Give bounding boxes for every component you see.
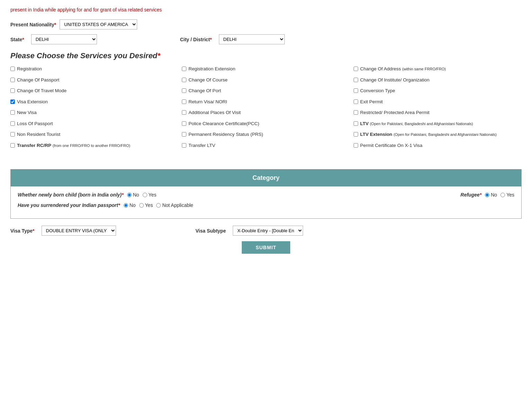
permit-certificate-x1-label: Permit Certificate On X-1 Visa xyxy=(360,142,423,149)
submit-button[interactable]: SUBMIT xyxy=(242,241,290,254)
refugee-col: Refugee* No Yes xyxy=(461,192,514,198)
city-select[interactable]: DELHI xyxy=(219,34,285,44)
surrendered-yes-label[interactable]: Yes xyxy=(139,202,153,208)
registration-extension-label: Registration Extension xyxy=(188,66,235,72)
permit-certificate-x1-checkbox[interactable] xyxy=(354,143,358,148)
checkbox-non-resident-tourist: Non Resident Tourist xyxy=(10,131,178,138)
change-address-label: Change Of Address (within same FRRO/FRO) xyxy=(360,66,446,72)
restricted-area-label: Restricted/ Protected Area Permit xyxy=(360,110,429,116)
checkbox-loss-passport: Loss Of Passport xyxy=(10,121,178,127)
transfer-rc-rp-label: Transfer RC/RP (from one FRRO/FRO to ano… xyxy=(17,142,130,149)
checkbox-change-travel-mode: Change Of Travel Mode xyxy=(10,88,178,94)
surrendered-no-radio[interactable] xyxy=(124,203,128,208)
change-institute-checkbox[interactable] xyxy=(354,78,358,82)
registration-label: Registration xyxy=(17,66,42,72)
state-select[interactable]: DELHI xyxy=(31,34,97,44)
loss-passport-checkbox[interactable] xyxy=(10,121,15,126)
conversion-type-label: Conversion Type xyxy=(360,88,395,94)
services-title: Please Choose the Services you Desired* xyxy=(10,51,522,60)
checkbox-registration-extension: Registration Extension xyxy=(182,66,350,72)
visa-type-label: Visa Type* xyxy=(10,228,35,234)
state-city-row: State* DELHI City / District* DELHI xyxy=(10,34,522,44)
surrendered-passport-radio-group: No Yes Not Applicable xyxy=(124,202,193,208)
refugee-no-radio[interactable] xyxy=(485,193,489,197)
surrendered-yes-radio[interactable] xyxy=(139,203,144,208)
ltv-checkbox[interactable] xyxy=(354,121,358,126)
non-resident-tourist-checkbox[interactable] xyxy=(10,132,15,137)
city-label: City / District* xyxy=(180,37,212,42)
exit-permit-checkbox[interactable] xyxy=(354,99,358,104)
newly-born-no-label[interactable]: No xyxy=(127,192,139,198)
checkbox-restricted-area: Restricted/ Protected Area Permit xyxy=(354,110,522,116)
non-resident-tourist-label: Non Resident Tourist xyxy=(17,131,60,138)
police-clearance-checkbox[interactable] xyxy=(182,121,186,126)
checkbox-transfer-ltv: Transfer LTV xyxy=(182,142,350,149)
checkbox-transfer-rc-rp: Transfer RC/RP (from one FRRO/FRO to ano… xyxy=(10,142,178,149)
registration-extension-checkbox[interactable] xyxy=(182,67,186,71)
permanent-residency-checkbox[interactable] xyxy=(182,132,186,137)
refugee-no-label[interactable]: No xyxy=(485,192,497,198)
transfer-ltv-label: Transfer LTV xyxy=(188,142,215,149)
change-travel-mode-label: Change Of Travel Mode xyxy=(17,88,66,94)
ltv-extension-checkbox[interactable] xyxy=(354,132,358,137)
change-course-checkbox[interactable] xyxy=(182,78,186,82)
loss-passport-label: Loss Of Passport xyxy=(17,121,53,127)
city-col: City / District* DELHI xyxy=(180,34,285,44)
visa-type-select[interactable]: DOUBLE ENTRY VISA (ONLY xyxy=(42,226,116,236)
newly-born-row: Whether newly born child (born in India … xyxy=(18,192,514,198)
change-passport-checkbox[interactable] xyxy=(10,78,15,82)
transfer-rc-rp-checkbox[interactable] xyxy=(10,143,15,148)
top-notice: present in India while applying for and … xyxy=(10,7,522,12)
visa-extension-checkbox[interactable] xyxy=(10,99,15,104)
change-port-checkbox[interactable] xyxy=(182,88,186,93)
checkbox-visa-extension: Visa Extension xyxy=(10,99,178,105)
visa-type-col: Visa Type* DOUBLE ENTRY VISA (ONLY xyxy=(10,226,116,236)
checkbox-return-visa: Return Visa/ NORI xyxy=(182,99,350,105)
submit-row: SUBMIT xyxy=(10,241,522,254)
surrendered-passport-row: Have you surrendered your Indian passpor… xyxy=(18,202,514,208)
visa-extension-label: Visa Extension xyxy=(17,99,48,105)
return-visa-checkbox[interactable] xyxy=(182,99,186,104)
newly-born-yes-radio[interactable] xyxy=(143,193,147,197)
surrendered-passport-label: Have you surrendered your Indian passpor… xyxy=(18,202,120,208)
surrendered-na-radio[interactable] xyxy=(156,203,161,208)
change-port-label: Change Of Port xyxy=(188,88,221,94)
refugee-yes-radio[interactable] xyxy=(500,193,505,197)
checkbox-additional-places: Additional Places Of Visit xyxy=(182,110,350,116)
visa-subtype-select[interactable]: X-Double Entry - [Double En xyxy=(233,226,303,236)
nationality-label: Present Nationality* xyxy=(10,22,56,27)
police-clearance-label: Police Clearance Certificate(PCC) xyxy=(188,121,259,127)
surrendered-na-label[interactable]: Not Applicable xyxy=(156,202,193,208)
checkbox-change-address: Change Of Address (within same FRRO/FRO) xyxy=(354,66,522,72)
change-travel-mode-checkbox[interactable] xyxy=(10,88,15,93)
return-visa-label: Return Visa/ NORI xyxy=(188,99,227,105)
surrendered-no-label[interactable]: No xyxy=(124,202,136,208)
checkbox-exit-permit: Exit Permit xyxy=(354,99,522,105)
state-label: State* xyxy=(10,37,24,42)
refugee-label: Refugee* xyxy=(461,192,482,198)
checkbox-registration: Registration xyxy=(10,66,178,72)
visa-subtype-label: Visa Subtype xyxy=(196,228,226,234)
newly-born-radio-group: No Yes xyxy=(127,192,157,198)
checkbox-change-port: Change Of Port xyxy=(182,88,350,94)
newly-born-no-radio[interactable] xyxy=(127,193,132,197)
checkbox-change-passport: Change Of Passport xyxy=(10,77,178,83)
additional-places-checkbox[interactable] xyxy=(182,110,186,115)
permanent-residency-label: Permanent Residency Status (PRS) xyxy=(188,131,263,138)
transfer-ltv-checkbox[interactable] xyxy=(182,143,186,148)
checkbox-ltv: LTV (Open for Pakistani, Bangladeshi and… xyxy=(354,121,522,127)
checkbox-permanent-residency: Permanent Residency Status (PRS) xyxy=(182,131,350,138)
registration-checkbox[interactable] xyxy=(10,67,15,71)
conversion-type-checkbox[interactable] xyxy=(354,88,358,93)
nationality-row: Present Nationality* UNITED STATES OF AM… xyxy=(10,19,522,29)
refugee-yes-label[interactable]: Yes xyxy=(500,192,514,198)
new-visa-checkbox[interactable] xyxy=(10,110,15,115)
category-section: Category Whether newly born child (born … xyxy=(10,169,522,219)
checkbox-conversion-type: Conversion Type xyxy=(354,88,522,94)
restricted-area-checkbox[interactable] xyxy=(354,110,358,115)
change-address-checkbox[interactable] xyxy=(354,67,358,71)
newly-born-yes-label[interactable]: Yes xyxy=(143,192,157,198)
visa-row: Visa Type* DOUBLE ENTRY VISA (ONLY Visa … xyxy=(10,226,522,236)
nationality-select[interactable]: UNITED STATES OF AMERICA xyxy=(60,19,137,29)
newly-born-label: Whether newly born child (born in India … xyxy=(18,192,124,198)
